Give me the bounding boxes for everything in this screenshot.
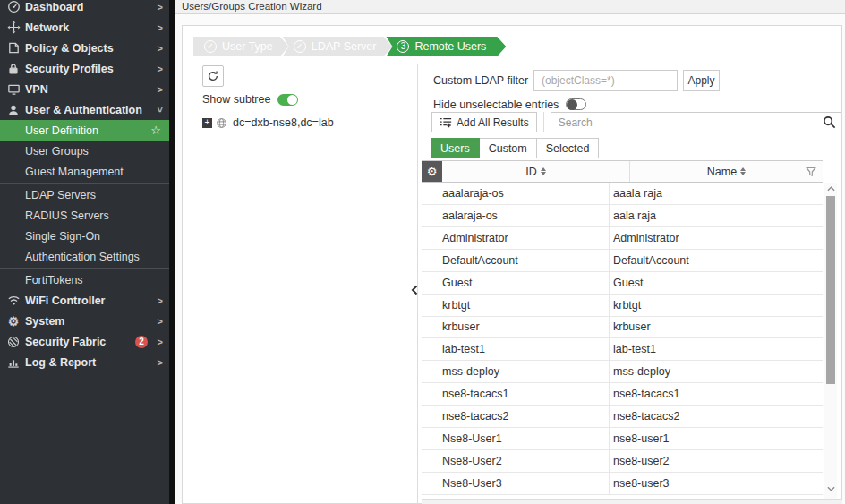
horizontal-scrollbar[interactable]: [422, 499, 842, 504]
sidebar-item-label: User Definition: [25, 124, 98, 137]
custom-filter-row: Custom LDAP filter Apply: [433, 70, 720, 91]
show-subtree-label: Show subtree: [202, 93, 270, 106]
custom-filter-input[interactable]: [533, 70, 678, 91]
sidebar-item-wifi-controller[interactable]: WiFi Controller>: [0, 290, 169, 311]
table-row[interactable]: lab-test1lab-test1: [422, 338, 823, 361]
wizard-step-user-type[interactable]: ✓User Type: [193, 37, 289, 56]
column-header-id[interactable]: ID: [442, 161, 630, 182]
network-icon: [6, 21, 21, 35]
sidebar-divider: [0, 268, 169, 269]
table-row[interactable]: nse8-tacacs2nse8-tacacs2: [422, 406, 823, 428]
table-row[interactable]: GuestGuest: [422, 272, 823, 295]
scroll-up-arrow[interactable]: [824, 184, 838, 194]
star-icon[interactable]: ☆: [150, 124, 161, 137]
scroll-down-arrow[interactable]: [824, 483, 838, 494]
cell-id: krbuser: [422, 317, 610, 338]
cell-id: aalaraja-os: [422, 205, 610, 226]
sidebar-item-user-authentication[interactable]: User & Authentication>: [0, 99, 169, 120]
column-settings-button[interactable]: ⚙: [422, 161, 442, 182]
results-toolbar: Add All Results: [431, 112, 841, 132]
table-row[interactable]: mss-deploymss-deploy: [422, 361, 823, 383]
sidebar-item-security-profiles[interactable]: Security Profiles>: [0, 58, 169, 79]
table-row[interactable]: aaalaraja-osaaala raja: [422, 183, 823, 205]
search-icon[interactable]: [823, 115, 836, 129]
wizard-step-ldap-server[interactable]: ✓LDAP Server: [283, 37, 393, 56]
page-titlebar: Users/Groups Creation Wizard: [175, 0, 845, 14]
sidebar-item-network[interactable]: Network>: [0, 17, 169, 38]
vertical-scrollbar[interactable]: [824, 183, 837, 499]
cell-name: DefaultAccount: [610, 250, 802, 271]
sidebar-item-user-definition[interactable]: User Definition☆: [0, 120, 169, 141]
refresh-button[interactable]: [202, 65, 224, 87]
sidebar-item-security-fabric[interactable]: Security Fabric2>: [0, 331, 169, 352]
filter-funnel-icon[interactable]: [806, 167, 816, 177]
sidebar-item-label: Security Fabric: [25, 336, 106, 348]
sidebar-item-authentication-settings[interactable]: Authentication Settings: [0, 246, 169, 267]
tab-selected[interactable]: Selected: [537, 138, 600, 158]
result-tabs: UsersCustomSelected: [431, 138, 599, 158]
sidebar-item-log-report[interactable]: Log & Report>: [0, 352, 169, 372]
sort-icon: [740, 167, 746, 175]
cell-name: krbuser: [610, 317, 802, 338]
sidebar-item-label: Network: [25, 21, 69, 34]
collapse-panel-handle[interactable]: [411, 284, 420, 296]
sidebar-item-user-groups[interactable]: User Groups: [0, 141, 169, 161]
search-input[interactable]: [551, 112, 841, 132]
sidebar-item-system[interactable]: ⚙System>: [0, 311, 169, 331]
table-row[interactable]: DefaultAccountDefaultAccount: [422, 250, 823, 272]
tree-node-label: dc=dxb-nse8,dc=lab: [233, 116, 334, 129]
hide-unselectable-toggle[interactable]: [566, 98, 586, 110]
globe-icon: [216, 117, 227, 129]
show-subtree-row: Show subtree: [202, 92, 298, 107]
table-row[interactable]: Nse8-User3nse8-user3: [422, 473, 823, 495]
cell-name: nse8-user2: [610, 450, 802, 472]
sidebar-item-radius-servers[interactable]: RADIUS Servers: [0, 205, 169, 226]
table-row[interactable]: krbtgtkrbtgt: [422, 295, 823, 317]
expand-plus-icon[interactable]: +: [202, 118, 212, 128]
hide-unselectable-label: Hide unselectable entries: [433, 98, 559, 111]
table-row[interactable]: nse8-tacacs1nse8-tacacs1: [422, 383, 823, 406]
app-window: Dashboard>Network>Policy & Objects>Secur…: [0, 0, 845, 504]
sidebar-item-fortitokens[interactable]: FortiTokens: [0, 269, 169, 290]
sidebar-item-guest-management[interactable]: Guest Management: [0, 161, 169, 182]
scrollbar-thumb[interactable]: [826, 196, 835, 384]
tab-custom[interactable]: Custom: [480, 138, 537, 158]
sidebar-item-vpn[interactable]: VPN>: [0, 79, 169, 99]
show-subtree-toggle[interactable]: [277, 94, 298, 106]
sidebar-item-ldap-servers[interactable]: LDAP Servers: [0, 184, 169, 205]
gauge-icon: [6, 0, 21, 14]
add-all-results-button[interactable]: Add All Results: [431, 112, 537, 132]
cell-name: Guest: [610, 272, 802, 294]
sidebar-item-policy-objects[interactable]: Policy & Objects>: [0, 38, 169, 58]
sidebar-item-dashboard[interactable]: Dashboard>: [0, 0, 169, 17]
toolbar-separator: [543, 112, 544, 132]
ldap-tree-root[interactable]: + dc=dxb-nse8,dc=lab: [202, 115, 334, 130]
cell-id: Administrator: [422, 227, 610, 249]
toggle-knob: [287, 95, 297, 105]
cell-name: krbtgt: [610, 295, 802, 316]
check-icon: ✓: [294, 40, 306, 53]
sidebar-item-label: Guest Management: [25, 166, 124, 178]
cell-name: Administrator: [610, 227, 802, 249]
list-add-icon: [440, 116, 452, 128]
table-row[interactable]: Nse8-User2nse8-user2: [422, 450, 823, 473]
table-row[interactable]: Nse8-User1nse8-user1: [422, 428, 823, 450]
chevron-right-icon: >: [158, 64, 163, 74]
sidebar-nav: Dashboard>Network>Policy & Objects>Secur…: [0, 0, 169, 372]
policy-icon: [6, 41, 21, 56]
sidebar: Dashboard>Network>Policy & Objects>Secur…: [0, 0, 169, 504]
wizard-step-remote-users[interactable]: 3Remote Users: [386, 37, 506, 56]
table-row[interactable]: krbuserkrbuser: [422, 317, 823, 339]
column-header-name[interactable]: Name: [630, 161, 823, 182]
wifi-icon: [6, 294, 21, 308]
table-row[interactable]: aalaraja-osaala raja: [422, 205, 823, 227]
chevron-right-icon: >: [158, 295, 163, 306]
cell-id: DefaultAccount: [422, 250, 610, 271]
sort-icon: [541, 167, 546, 175]
table-row[interactable]: AdministratorAdministrator: [422, 227, 823, 250]
sidebar-item-single-sign-on[interactable]: Single Sign-On: [0, 226, 169, 246]
sidebar-item-label: User Groups: [25, 145, 89, 158]
sidebar-item-label: Log & Report: [25, 356, 96, 369]
tab-users[interactable]: Users: [431, 138, 480, 158]
apply-button[interactable]: Apply: [683, 70, 720, 91]
